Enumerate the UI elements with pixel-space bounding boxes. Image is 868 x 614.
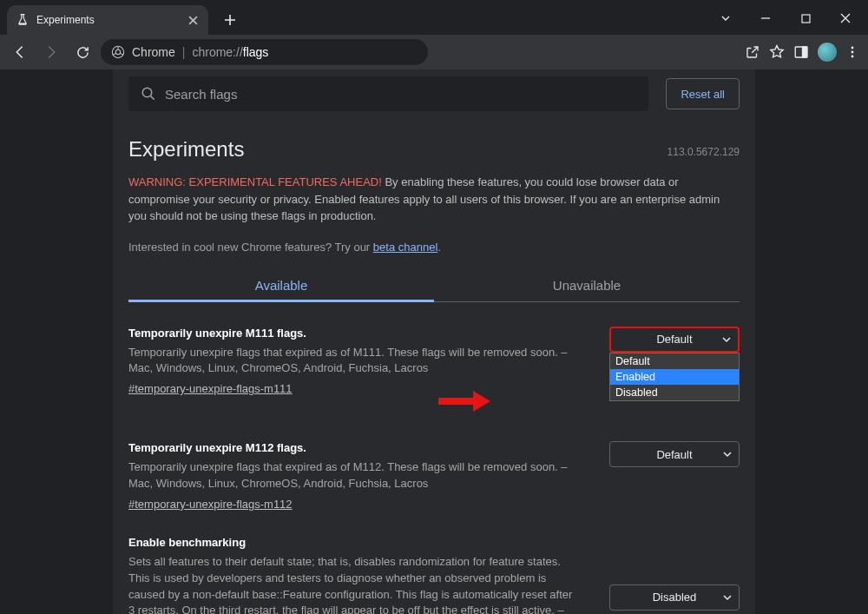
back-button[interactable] bbox=[7, 39, 33, 65]
flag-item: Enable benchmarking Sets all features to… bbox=[128, 512, 740, 614]
flag-hash-link[interactable]: #temporary-unexpire-flags-m112 bbox=[128, 498, 293, 511]
menu-icon[interactable] bbox=[845, 45, 859, 59]
tabs-row: Available Unavailable bbox=[128, 269, 740, 302]
option-default[interactable]: Default bbox=[610, 353, 739, 369]
browser-tab[interactable]: Experiments bbox=[7, 5, 208, 35]
warning-text: WARNING: EXPERIMENTAL FEATURES AHEAD! By… bbox=[128, 174, 740, 225]
chevron-down-icon bbox=[722, 335, 731, 344]
flag-description: Temporarily unexpire flags that expired … bbox=[128, 459, 575, 492]
chevron-down-icon bbox=[723, 450, 732, 459]
svg-point-6 bbox=[852, 51, 854, 54]
svg-point-5 bbox=[852, 47, 854, 50]
svg-rect-4 bbox=[803, 47, 807, 57]
flag-item: Temporarily unexpire M111 flags. Tempora… bbox=[128, 302, 740, 397]
reset-all-button[interactable]: Reset all bbox=[666, 78, 740, 109]
tab-unavailable[interactable]: Unavailable bbox=[434, 269, 740, 302]
omnibox-separator: | bbox=[182, 45, 186, 59]
flags-page: Reset all 113.0.5672.129 Experiments WAR… bbox=[113, 69, 755, 614]
option-disabled[interactable]: Disabled bbox=[610, 385, 739, 400]
search-flags-box[interactable] bbox=[128, 76, 648, 111]
chevron-down-icon[interactable] bbox=[715, 8, 736, 29]
window-controls bbox=[715, 0, 868, 35]
chrome-logo-icon bbox=[111, 45, 125, 59]
avatar[interactable] bbox=[818, 43, 837, 62]
close-window-button[interactable] bbox=[835, 8, 856, 29]
share-icon[interactable] bbox=[745, 44, 760, 60]
flask-icon bbox=[16, 13, 30, 27]
flag-description: Sets all features to their default state… bbox=[128, 554, 575, 614]
flag-select-dropdown: Default Enabled Disabled bbox=[609, 353, 740, 401]
reload-button[interactable] bbox=[69, 39, 95, 65]
flag-description: Temporarily unexpire flags that expired … bbox=[128, 345, 575, 378]
flag-item: Temporarily unexpire M112 flags. Tempora… bbox=[128, 396, 740, 512]
titlebar: Experiments bbox=[0, 0, 868, 35]
tab-close-icon[interactable] bbox=[186, 13, 200, 27]
search-input[interactable] bbox=[165, 87, 636, 102]
svg-point-2 bbox=[115, 50, 120, 54]
beta-channel-line: Interested in cool new Chrome features? … bbox=[128, 241, 740, 254]
flag-select[interactable]: Default bbox=[609, 327, 740, 353]
forward-button[interactable] bbox=[38, 39, 64, 65]
flag-title: Temporarily unexpire M111 flags. bbox=[128, 327, 575, 340]
flag-select[interactable]: Default bbox=[609, 441, 740, 467]
maximize-button[interactable] bbox=[795, 8, 816, 29]
tab-title: Experiments bbox=[36, 14, 179, 26]
star-icon[interactable] bbox=[769, 44, 785, 60]
toolbar-right bbox=[745, 43, 861, 62]
chrome-label: Chrome bbox=[132, 45, 175, 59]
svg-point-8 bbox=[142, 88, 152, 97]
content-area: Reset all 113.0.5672.129 Experiments WAR… bbox=[0, 69, 868, 614]
tab-available[interactable]: Available bbox=[128, 269, 434, 302]
toolbar: Chrome | chrome://flags bbox=[0, 35, 868, 69]
beta-channel-link[interactable]: beta channel bbox=[373, 241, 437, 254]
search-icon bbox=[141, 86, 156, 102]
flag-title: Enable benchmarking bbox=[128, 536, 575, 549]
flag-select[interactable]: Disabled bbox=[609, 584, 740, 611]
omnibox[interactable]: Chrome | chrome://flags bbox=[101, 39, 428, 65]
flag-hash-link[interactable]: #temporary-unexpire-flags-m111 bbox=[128, 382, 293, 395]
side-panel-icon[interactable] bbox=[793, 44, 809, 60]
svg-point-7 bbox=[852, 56, 854, 58]
option-enabled[interactable]: Enabled bbox=[610, 369, 739, 385]
top-row: Reset all bbox=[113, 69, 755, 118]
chevron-down-icon bbox=[723, 593, 732, 602]
new-tab-button[interactable] bbox=[217, 7, 243, 33]
svg-rect-0 bbox=[802, 15, 810, 23]
flag-title: Temporarily unexpire M112 flags. bbox=[128, 441, 575, 454]
omnibox-path: chrome://flags bbox=[192, 45, 268, 59]
version-text: 113.0.5672.129 bbox=[667, 146, 740, 158]
minimize-button[interactable] bbox=[755, 8, 776, 29]
page-title: Experiments bbox=[128, 137, 740, 162]
